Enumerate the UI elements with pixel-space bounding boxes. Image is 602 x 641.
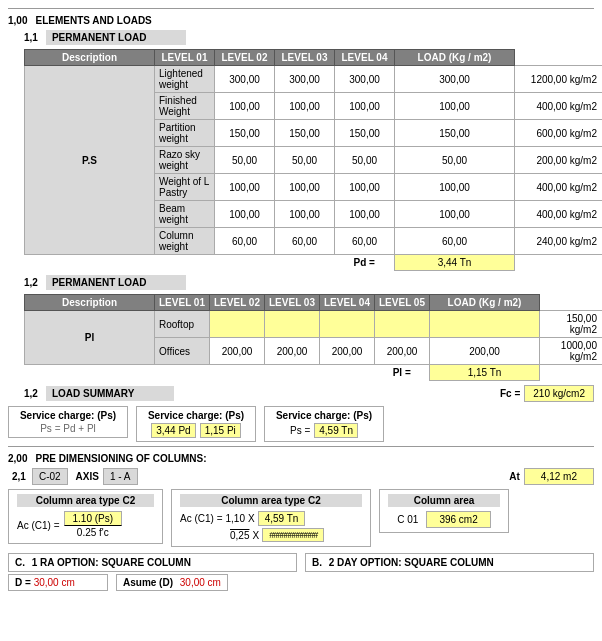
col-row-val: 396 cm2 xyxy=(426,511,490,528)
at-label: At xyxy=(509,471,520,482)
row-desc: Column weight xyxy=(155,228,215,255)
pd-row: Pd = 3,44 Tn xyxy=(25,255,603,271)
pl-label: Pl xyxy=(25,311,155,365)
row2-l4: 200,00 xyxy=(375,338,430,365)
row2-load: 150,00 kg/m2 xyxy=(540,311,603,338)
row-l2: 60,00 xyxy=(275,228,335,255)
at-container: At 4,12 m2 xyxy=(509,468,594,485)
th2-l1: LEVEL 01 xyxy=(155,295,210,311)
th-load: LOAD (Kg / m2) xyxy=(395,50,515,66)
row-load: 400,00 kg/m2 xyxy=(515,93,603,120)
row-l2: 100,00 xyxy=(275,93,335,120)
row-l4: 50,00 xyxy=(395,147,515,174)
row-l2: 50,00 xyxy=(275,147,335,174)
row-desc: Partition weight xyxy=(155,120,215,147)
row-l4: 100,00 xyxy=(395,93,515,120)
col-area-box-2: Column area type C2 Ac (C1) = 1,10 X 4,5… xyxy=(171,489,371,547)
service-box-3: Service charge: (Ps) Ps = 4,59 Tn xyxy=(264,406,384,442)
sub-1-2a-num: 1,2 xyxy=(24,277,38,288)
col-area-box-3: Column area C 01 396 cm2 xyxy=(379,489,509,533)
row-l4: 100,00 xyxy=(395,174,515,201)
axis-section: 2,1 C-02 AXIS 1 - A At 4,12 m2 xyxy=(8,468,594,485)
row-desc: Finished Weight xyxy=(155,93,215,120)
fc-value: 210 kg/cm2 xyxy=(524,385,594,402)
formula-row-2: 0,25 X ############ xyxy=(230,528,362,542)
svc3-vals: Ps = 4,59 Tn xyxy=(271,423,377,438)
row-l1: 60,00 xyxy=(215,228,275,255)
section-1-header: 1,00 ELEMENTS AND LOADS xyxy=(8,15,594,26)
sub-1-1-title: PERMANENT LOAD xyxy=(46,30,186,45)
row-l3: 100,00 xyxy=(335,174,395,201)
pl-eq-label: Pl = xyxy=(375,365,430,381)
row-desc: Weight of L Pastry xyxy=(155,174,215,201)
row-desc: Lightened weight xyxy=(155,66,215,93)
subsection-1-1: 1,1 PERMANENT LOAD xyxy=(24,30,594,45)
col-area-formula-1: Ac (C1) = 1.10 (Ps) 0.25 f'c xyxy=(17,511,154,539)
row-l2: 150,00 xyxy=(275,120,335,147)
row-l3: 60,00 xyxy=(335,228,395,255)
pd-label: Pd = xyxy=(335,255,395,271)
row-l1: 50,00 xyxy=(215,147,275,174)
ac-label-1: Ac (C1) = xyxy=(17,520,60,531)
th2-load: LOAD (Kg / m2) xyxy=(430,295,540,311)
svc3-label: Ps = xyxy=(290,425,310,436)
th-l3: LEVEL 03 xyxy=(275,50,335,66)
col-area-row: Column area type C2 Ac (C1) = 1.10 (Ps) … xyxy=(8,489,594,547)
pl-row: Pl = 1,15 Tn xyxy=(25,365,603,381)
col-area-title-3: Column area xyxy=(388,494,500,507)
bottom-right-val: 30,00 cm xyxy=(180,577,221,588)
section-separator xyxy=(8,446,594,447)
row-l1: 100,00 xyxy=(215,174,275,201)
section-2-num: 2,00 xyxy=(8,453,27,464)
sub-2-1-num: 2,1 xyxy=(12,471,26,482)
fraction-num: 1.10 (Ps) xyxy=(64,511,123,526)
axis-label: AXIS xyxy=(76,471,99,482)
th2-desc: Description xyxy=(25,295,155,311)
row-l3: 50,00 xyxy=(335,147,395,174)
row-desc: Beam weight xyxy=(155,201,215,228)
row-l1: 300,00 xyxy=(215,66,275,93)
ps-label: P.S xyxy=(25,66,155,255)
row-l4: 100,00 xyxy=(395,201,515,228)
row-l3: 100,00 xyxy=(335,201,395,228)
col-area-result: C 01 396 cm2 xyxy=(388,511,500,528)
row2-l5: 200,00 xyxy=(430,338,540,365)
option-b-title: B. xyxy=(312,557,322,568)
option-b-box: B. 2 DAY OPTION: SQUARE COLUMN xyxy=(305,553,594,572)
th-l1: LEVEL 01 xyxy=(155,50,215,66)
col-area-title-2: Column area type C2 xyxy=(180,494,362,507)
row-l4: 300,00 xyxy=(395,66,515,93)
x1: X xyxy=(248,513,255,524)
ps-val: 4,59 Tn xyxy=(258,511,306,526)
row-l2: 100,00 xyxy=(275,201,335,228)
row-l3: 100,00 xyxy=(335,93,395,120)
bottom-left-label: D = xyxy=(15,577,31,588)
row-l4: 60,00 xyxy=(395,228,515,255)
top-separator xyxy=(8,8,594,9)
num-val: 1,10 xyxy=(226,513,245,524)
row-l3: 300,00 xyxy=(335,66,395,93)
section-2-title: PRE DIMENSIONING OF COLUMNS: xyxy=(35,453,206,464)
row-desc: Rooftop xyxy=(155,311,210,338)
col-area-box-1: Column area type C2 Ac (C1) = 1.10 (Ps) … xyxy=(8,489,163,544)
row-load: 1200,00 kg/m2 xyxy=(515,66,603,93)
bottom-left-val: 30,00 cm xyxy=(34,577,75,588)
row-desc: Offices xyxy=(155,338,210,365)
page: 1,00 ELEMENTS AND LOADS 1,1 PERMANENT LO… xyxy=(0,0,602,595)
table-row: P.S Lightened weight 300,00 300,00 300,0… xyxy=(25,66,603,93)
fraction-1: 1.10 (Ps) 0.25 f'c xyxy=(64,511,123,539)
table-row: Pl Rooftop 150,00 kg/m2 xyxy=(25,311,603,338)
row-desc: Razo sky weight xyxy=(155,147,215,174)
subsection-1-2-a: 1,2 PERMANENT LOAD xyxy=(24,275,594,290)
svc2-val2: 1,15 Pi xyxy=(200,423,241,438)
sub-1-2b-num: 1,2 xyxy=(24,388,38,399)
service-box-2: Service charge: (Ps) 3,44 Pd 1,15 Pi xyxy=(136,406,256,442)
section-2-header: 2,00 PRE DIMENSIONING OF COLUMNS: xyxy=(8,453,594,464)
row-l2: 300,00 xyxy=(275,66,335,93)
row-load: 200,00 kg/m2 xyxy=(515,147,603,174)
den-val2: ############ xyxy=(262,528,324,542)
row-l3: 150,00 xyxy=(335,120,395,147)
row-load: 240,00 kg/m2 xyxy=(515,228,603,255)
bottom-row: D = 30,00 cm Asume (D) 30,00 cm xyxy=(8,574,594,591)
th-l2: LEVEL 02 xyxy=(215,50,275,66)
